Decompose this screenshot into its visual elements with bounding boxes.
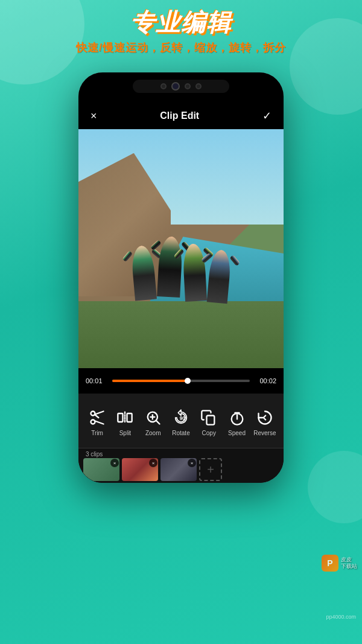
zoom-icon <box>144 408 163 427</box>
figure-1 <box>130 245 157 301</box>
clip-3-remove[interactable]: × <box>188 459 196 467</box>
tool-speed[interactable]: Speed <box>225 408 249 436</box>
scene-figures <box>99 174 263 306</box>
clip-thumbnail-3[interactable]: × <box>160 458 197 481</box>
watermark-logo: P <box>322 555 338 572</box>
phone-screen: × Clip Edit ✓ <box>78 72 284 483</box>
clip-2-remove[interactable]: × <box>149 459 157 467</box>
figure-2 <box>157 236 183 298</box>
zoom-label: Zoom <box>145 430 161 436</box>
figure-4 <box>206 249 232 304</box>
tool-copy[interactable]: Copy <box>197 408 221 436</box>
svg-rect-5 <box>118 413 123 422</box>
bg-blob-3 <box>308 451 362 523</box>
rotate-icon: 90° <box>171 408 191 427</box>
clips-section: 3 clips × × × <box>78 448 284 483</box>
tool-zoom[interactable]: Zoom <box>141 408 165 436</box>
rotate-label: Rotate <box>172 430 189 436</box>
video-preview <box>78 129 284 368</box>
svg-text:90°: 90° <box>180 415 187 421</box>
promo-header: 专业编辑 快速/慢速运动，反转，缩放，旋转，拆分 <box>0 6 362 55</box>
copy-label: Copy <box>202 430 216 436</box>
toolbar-icons-row: Trim Split <box>78 394 284 448</box>
tool-reverse[interactable]: Reverse <box>253 408 277 436</box>
progress-fill <box>112 380 188 382</box>
watermark: P 皮皮下载站 <box>322 555 357 572</box>
svg-rect-6 <box>127 413 132 422</box>
clip-1-remove[interactable]: × <box>110 459 119 467</box>
reverse-label: Reverse <box>253 430 276 436</box>
clip-thumbnail-1[interactable]: × <box>83 458 119 481</box>
time-end: 00:02 <box>255 377 276 384</box>
scene-ground <box>78 301 284 368</box>
add-clip-button[interactable]: + <box>199 458 222 481</box>
timeline-bar[interactable]: 00:01 00:02 <box>78 368 284 394</box>
split-icon <box>115 408 135 427</box>
tool-rotate[interactable]: 90° Rotate <box>169 408 193 436</box>
clips-strip: × × × + <box>78 448 284 483</box>
clip-thumbnail-2[interactable]: × <box>122 458 158 481</box>
speed-label: Speed <box>228 430 246 436</box>
svg-rect-13 <box>207 415 215 424</box>
confirm-button[interactable]: ✓ <box>262 109 272 123</box>
clip-edit-header: × Clip Edit ✓ <box>78 103 284 129</box>
split-label: Split <box>119 430 131 436</box>
watermark-site: 皮皮下载站 <box>341 556 357 570</box>
speed-icon <box>227 408 247 427</box>
video-frame <box>78 129 284 368</box>
svg-line-2 <box>95 411 104 414</box>
progress-thumb[interactable] <box>185 378 191 384</box>
camera-sensor-2 <box>185 83 191 89</box>
clips-count-label: 3 clips <box>86 451 103 457</box>
phone-mockup: × Clip Edit ✓ <box>78 72 284 483</box>
reverse-icon <box>255 408 275 427</box>
time-start: 00:01 <box>86 377 107 384</box>
trim-label: Trim <box>91 430 103 436</box>
promo-title: 专业编辑 <box>0 6 362 39</box>
trim-icon <box>87 408 107 427</box>
site-url: pp4000.com <box>326 614 356 620</box>
tool-split[interactable]: Split <box>113 408 137 436</box>
tool-trim[interactable]: Trim <box>85 408 109 436</box>
camera-main <box>171 82 180 91</box>
svg-line-3 <box>95 421 104 424</box>
svg-line-4 <box>95 414 98 417</box>
close-button[interactable]: × <box>91 110 97 123</box>
progress-track[interactable] <box>112 380 250 382</box>
edit-toolbar: Trim Split <box>78 394 284 483</box>
screen-title: Clip Edit <box>160 110 199 121</box>
camera-sensor-1 <box>160 83 167 89</box>
svg-line-9 <box>156 420 159 424</box>
phone-body: × Clip Edit ✓ <box>78 72 284 483</box>
copy-icon <box>199 408 218 427</box>
camera-sensor-3 <box>195 83 202 89</box>
promo-subtitle: 快速/慢速运动，反转，缩放，旋转，拆分 <box>0 40 362 55</box>
phone-camera-bar <box>133 80 229 93</box>
figure-3 <box>182 243 207 302</box>
